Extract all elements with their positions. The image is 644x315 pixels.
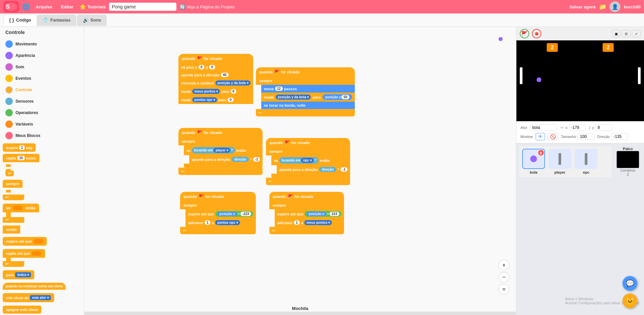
- tab-code[interactable]: { } Código: [3, 14, 37, 26]
- block-quando-comecar-clone[interactable]: quando eu começar como um clone: [3, 283, 66, 290]
- category-som[interactable]: Som: [3, 62, 81, 72]
- tutorials-button[interactable]: ⭐ Tutoriais: [79, 4, 106, 10]
- direction-input[interactable]: [611, 133, 628, 140]
- stage-thumbnail[interactable]: [616, 151, 639, 168]
- block-sempre-6[interactable]: sempre: [269, 201, 344, 209]
- project-name-input[interactable]: [109, 3, 176, 11]
- block-se-tocando-player[interactable]: se tocando em player ▾ ? então aponte pa…: [184, 145, 263, 168]
- block-se-tocar-borda[interactable]: se tocar na borda, volte: [261, 102, 355, 109]
- block-espere-pos-x-left[interactable]: espere até que posição x < -223: [185, 209, 256, 218]
- category-aparencia[interactable]: Aparência: [3, 50, 81, 61]
- save-now-button[interactable]: Salvar agora: [569, 4, 596, 9]
- chat-button[interactable]: 💬: [622, 276, 637, 291]
- block-se-tocando-npc[interactable]: se tocando em npc ▾ ? então aponte para …: [271, 155, 350, 178]
- block-repita-ate[interactable]: repita até que: [3, 249, 45, 258]
- block-pare[interactable]: pare todos ▾: [3, 270, 34, 279]
- main-area: Controle Movimento Aparência Som Eventos…: [0, 27, 644, 315]
- block-sempre-5[interactable]: sempre: [180, 201, 256, 209]
- help-button[interactable]: 🐱: [622, 293, 637, 308]
- canvas-area[interactable]: quando 🚩 for clicado vá para x 0 y 0 apo…: [84, 27, 516, 315]
- speaker-icon: 🔊: [83, 18, 89, 23]
- direction-group: Direção: [597, 133, 628, 140]
- file-menu[interactable]: Arquivo: [33, 3, 55, 11]
- block-mude-pos[interactable]: mude posição y da bola ▾ para posição y …: [261, 93, 355, 102]
- block-espere-ate[interactable]: espere até que: [3, 237, 47, 246]
- block-sempre-end[interactable]: ↩: [3, 195, 24, 200]
- block-sempre-arrow-3[interactable]: ↩: [178, 168, 263, 175]
- stop-button[interactable]: ⏹: [532, 29, 541, 38]
- zoom-reset-button[interactable]: =: [499, 284, 509, 295]
- sprite-thumb-npc[interactable]: [575, 149, 598, 169]
- zoom-in-button[interactable]: +: [499, 260, 509, 271]
- block-mude-meus-pontos[interactable]: mude meus pontos ▾ para 0: [178, 87, 253, 96]
- actor-name-input[interactable]: [530, 124, 557, 131]
- hat-quando-bandeira-3[interactable]: quando 🚩 for clicado: [178, 128, 263, 137]
- category-meus-blocos[interactable]: Meus Blocos: [3, 131, 81, 141]
- hat-quando-bandeira-1[interactable]: quando 🚩 for clicado: [178, 54, 253, 63]
- category-controle[interactable]: Controle: [3, 85, 81, 95]
- horizontal-scrollbar[interactable]: [84, 312, 516, 315]
- hat-quando-bandeira-2[interactable]: quando 🚩 for clicado: [256, 67, 355, 77]
- block-repita-ate-end[interactable]: ↩: [3, 261, 24, 267]
- hat-quando-bandeira-5[interactable]: quando 🚩 for clicado: [180, 192, 256, 201]
- user-name[interactable]: kurch00: [624, 4, 641, 9]
- green-flag-button[interactable]: 🚩: [520, 29, 529, 38]
- delete-bola-button[interactable]: 🗑: [538, 150, 544, 155]
- block-adicione-npc[interactable]: adicione 1 a pontos npc ▾: [185, 218, 256, 227]
- block-aponte-direcao[interactable]: aponte para a direção 45: [178, 71, 253, 79]
- hide-eye-button[interactable]: 🚫: [548, 133, 558, 140]
- block-sempre-4[interactable]: sempre: [266, 147, 350, 155]
- layout-large-button[interactable]: ⊡: [622, 30, 631, 37]
- block-sempre[interactable]: sempre: [3, 180, 23, 188]
- block-sempre-arrow-2[interactable]: ↩: [256, 109, 355, 116]
- hat-quando-bandeira-6[interactable]: quando 🚩 for clicado: [269, 192, 344, 201]
- block-repita[interactable]: repita 10 vezes: [3, 154, 39, 162]
- size-input[interactable]: [578, 133, 595, 140]
- block-apague-clone[interactable]: apague este clone: [3, 306, 41, 314]
- block-repita-end[interactable]: ↩: [5, 171, 14, 176]
- block-crie-clone[interactable]: crie clone de este ator ▾: [3, 293, 54, 302]
- category-movimento[interactable]: Movimento: [3, 39, 81, 49]
- x-input[interactable]: [569, 124, 586, 131]
- category-variaveis[interactable]: Variáveis: [3, 119, 81, 129]
- block-espere-pos-x-right[interactable]: espere até que posição x > 223: [275, 209, 344, 218]
- sprite-name-npc: npc: [583, 170, 589, 174]
- zoom-out-button[interactable]: −: [499, 272, 509, 283]
- block-va-para[interactable]: vá para x 0 y 0: [178, 63, 253, 71]
- block-adicione-meus[interactable]: adicione 1 a meus pontos ▾: [275, 218, 344, 227]
- left-panel: Controle Movimento Aparência Som Eventos…: [0, 27, 84, 315]
- folder-button[interactable]: 📁: [599, 3, 606, 10]
- scratch-logo[interactable]: S: [3, 1, 19, 12]
- block-sempre-arrow-6[interactable]: ↩: [269, 227, 344, 234]
- hat-quando-bandeira-4[interactable]: quando 🚩 for clicado: [266, 138, 350, 147]
- score-left: 2: [547, 43, 558, 52]
- block-se-entao[interactable]: se então: [3, 204, 39, 212]
- layout-fullscreen-button[interactable]: ⤢: [632, 30, 641, 37]
- show-eye-button[interactable]: 👁: [536, 133, 545, 140]
- block-mova[interactable]: mova 12 passos: [261, 85, 355, 93]
- tab-sounds[interactable]: 🔊 Sons: [77, 14, 107, 26]
- category-sensores[interactable]: Sensores: [3, 96, 81, 106]
- category-operadores[interactable]: Operadores: [3, 108, 81, 118]
- category-eventos[interactable]: Eventos: [3, 73, 81, 83]
- globe-button[interactable]: 🌐: [22, 3, 30, 10]
- block-senao[interactable]: senão: [3, 225, 20, 234]
- block-sempre-arrow-4[interactable]: ↩: [266, 178, 350, 185]
- sprite-thumb-bola[interactable]: 🗑: [522, 149, 545, 169]
- tab-costumes[interactable]: 👕 Fantasias: [37, 14, 76, 26]
- layout-small-button[interactable]: ▣: [612, 30, 620, 37]
- edit-menu[interactable]: Editar: [58, 3, 76, 11]
- sprite-thumb-player[interactable]: [548, 149, 571, 169]
- y-input[interactable]: [595, 124, 612, 131]
- sprite-player[interactable]: player: [548, 149, 572, 174]
- block-sempre-2[interactable]: sempre: [256, 77, 355, 85]
- block-mude-pontos-npc[interactable]: mude pontos npc ▾ para 0: [178, 96, 253, 104]
- sprite-npc[interactable]: npc: [574, 149, 598, 174]
- block-sempre-arrow-5[interactable]: ↩: [180, 227, 256, 234]
- block-sempre-3[interactable]: sempre: [178, 137, 263, 145]
- block-esconda-variavel[interactable]: esconda a variável posição y da bola ▾: [178, 79, 253, 87]
- block-se-end[interactable]: ↩: [3, 217, 24, 223]
- sprite-bola[interactable]: 🗑 bola: [522, 149, 545, 174]
- view-page-button[interactable]: 🔄 Veja a Página do Projeto: [180, 4, 235, 9]
- block-espere[interactable]: espere 1 seg: [3, 143, 36, 152]
